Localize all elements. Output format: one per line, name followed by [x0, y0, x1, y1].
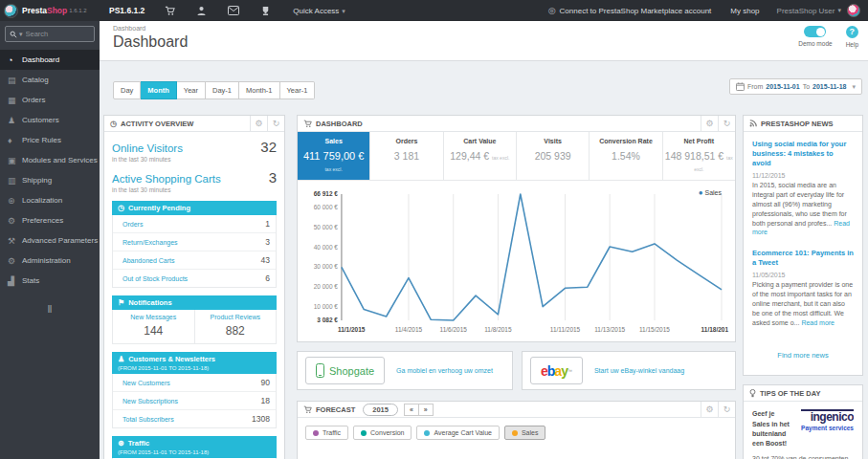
news-panel-title: PRESTASHOP NEWS — [761, 120, 834, 128]
panel-settings-button[interactable]: ⚙ — [701, 402, 718, 418]
sidebar-search[interactable]: ▾ — [5, 26, 95, 42]
kpi-tabs: Sales411 759,00 € tax excl. Orders3 181 … — [298, 132, 735, 181]
demo-mode-control[interactable]: Demo mode — [798, 26, 832, 48]
online-visitors-subtitle: in the last 30 minutes — [112, 156, 277, 163]
prestashop-news-panel: PRESTASHOP NEWS Using social media for y… — [743, 115, 863, 376]
pending-returns-row[interactable]: Return/Exchanges3 — [113, 233, 276, 251]
quick-access-menu[interactable]: Quick Access▾ — [281, 7, 357, 15]
panel-settings-button[interactable]: ⚙ — [250, 116, 267, 132]
sidebar-item-administration[interactable]: ⚙Administration — [0, 251, 100, 271]
find-more-news-link[interactable]: Find more news — [777, 351, 828, 360]
shopgate-ad[interactable]: Shopgate Ga mobiel en verhoog uw omzet — [297, 351, 513, 390]
clock-icon: ◷ — [110, 120, 117, 128]
range-year-1-button[interactable]: Year-1 — [280, 81, 316, 99]
sidebar-item-modules[interactable]: ▣Modules and Services — [0, 150, 100, 170]
sidebar-item-customers[interactable]: ♟Customers — [0, 110, 100, 130]
prestashop-logo[interactable]: PrestaShop 1.6.1.2 — [0, 4, 100, 18]
kpi-net-profit-tab[interactable]: Net Profit148 918,51 € tax excl. — [662, 132, 735, 180]
kpi-visits-tab[interactable]: Visits205 939 — [516, 132, 589, 180]
article-date: 11/12/2015 — [752, 172, 854, 179]
online-visitors-link[interactable]: Online Visitors — [112, 142, 183, 154]
brand-name: PrestaShop — [22, 6, 67, 15]
active-carts-link[interactable]: Active Shopping Carts — [112, 173, 221, 185]
range-year-button[interactable]: Year — [177, 81, 206, 99]
sidebar-item-stats[interactable]: ▟Stats — [0, 271, 100, 291]
toggle-traffic-button[interactable]: Traffic — [305, 426, 348, 440]
user-menu[interactable]: PrestaShop User ▾ — [769, 4, 868, 17]
kpi-cart-value-tab[interactable]: Cart Value129,44 € tax excl. — [443, 132, 516, 180]
marketplace-connect-link[interactable]: ◎Connect to PrestaShop Marketplace accou… — [539, 6, 722, 15]
ebay-ad[interactable]: ebay ™ Start uw eBay-winkel vandaag — [522, 351, 736, 390]
ingenico-logo: ingenico Payment services — [801, 409, 854, 431]
main-area: Dashboard Dashboard Demo mode ? Help Day… — [100, 21, 868, 459]
sidebar-collapse-button[interactable]: ‖ — [0, 304, 100, 315]
sidebar-item-orders[interactable]: ▦Orders — [0, 90, 100, 110]
my-shop-link[interactable]: My shop — [721, 7, 768, 15]
cart-icon[interactable] — [154, 0, 186, 21]
user-avatar — [847, 4, 860, 17]
search-scope-caret-icon[interactable]: ▾ — [19, 31, 23, 38]
help-control[interactable]: ? Help — [846, 26, 858, 48]
new-customers-row[interactable]: New Customers90 — [113, 374, 276, 392]
new-subscriptions-row[interactable]: New Subscriptions18 — [113, 392, 276, 410]
employee-icon[interactable] — [186, 0, 217, 21]
messages-icon[interactable] — [217, 0, 250, 21]
breadcrumb[interactable]: Dashboard — [113, 25, 145, 32]
kpi-conversion-tab[interactable]: Conversion Rate1.54% — [589, 132, 661, 180]
date-range-picker[interactable]: From2015-11-01 To2015-11-18 ▾ — [729, 78, 862, 95]
chart-legend[interactable]: ●Sales — [699, 188, 722, 197]
forecast-next-button[interactable]: » — [419, 404, 434, 416]
range-month-1-button[interactable]: Month-1 — [239, 81, 280, 99]
orders-icon: ▦ — [8, 96, 22, 105]
sidebar-item-price-rules[interactable]: ♦Price Rules — [0, 130, 100, 150]
sidebar-item-dashboard[interactable]: ◔Dashboard — [0, 50, 100, 70]
forecast-year: 2015 — [363, 404, 398, 416]
dashboard-panel-title: DASHBOARD — [316, 120, 363, 128]
demo-mode-toggle[interactable] — [804, 26, 826, 37]
total-subscribers-row[interactable]: Total Subscribers1308 — [113, 410, 276, 427]
svg-text:20 000 €: 20 000 € — [314, 283, 339, 290]
panel-refresh-button[interactable]: ↻ — [718, 116, 735, 132]
range-month-button[interactable]: Month — [141, 81, 177, 99]
toggle-avg-cart-value-button[interactable]: Average Cart Value — [416, 426, 499, 440]
forecast-prev-button[interactable]: « — [404, 404, 419, 416]
shop-name[interactable]: PS1.6.1.2 — [100, 6, 154, 15]
help-icon[interactable]: ? — [846, 26, 858, 38]
ebay-link[interactable]: Start uw eBay-winkel vandaag — [594, 367, 684, 374]
abandoned-carts-row[interactable]: Abandoned Carts43 — [113, 251, 276, 270]
kpi-orders-tab[interactable]: Orders3 181 — [369, 132, 442, 180]
sidebar-item-localization[interactable]: ⊛Localization — [0, 190, 100, 210]
article-title-link[interactable]: Using social media for your business: 4 … — [752, 140, 854, 168]
panel-refresh-button[interactable]: ↻ — [718, 402, 735, 418]
sidebar-item-preferences[interactable]: ⚙Preferences — [0, 210, 100, 230]
panel-refresh-button[interactable]: ↻ — [267, 116, 284, 132]
sidebar-item-shipping[interactable]: ▥Shipping — [0, 170, 100, 190]
pending-orders-row[interactable]: Orders1 — [113, 215, 276, 233]
tip-body: 30 tot 70% van de consumenten in Europa … — [752, 454, 854, 459]
shopgate-logo: Shopgate — [305, 357, 385, 384]
shopgate-link[interactable]: Ga mobiel en verhoog uw omzet — [396, 367, 493, 374]
sidebar-item-advanced-parameters[interactable]: ⚒Advanced Parameters — [0, 230, 100, 251]
article-excerpt: Picking a payment provider is one of the… — [752, 280, 854, 327]
page-header: Dashboard Dashboard Demo mode ? Help — [100, 21, 868, 61]
svg-text:30 000 €: 30 000 € — [314, 263, 339, 270]
search-input[interactable] — [26, 30, 81, 38]
toggle-conversion-button[interactable]: Conversion — [353, 426, 412, 440]
product-reviews-cell[interactable]: Product Reviews882 — [194, 310, 277, 343]
price-rules-icon: ♦ — [8, 136, 22, 145]
read-more-link[interactable]: Read more — [801, 319, 835, 326]
trophy-icon[interactable] — [250, 0, 281, 21]
kpi-sales-tab[interactable]: Sales411 759,00 € tax excl. — [298, 132, 369, 180]
toggle-sales-button[interactable]: Sales — [504, 426, 546, 440]
traffic-section-daterange: (FROM 2015-11-01 TO 2015-11-18) — [112, 449, 277, 458]
new-messages-cell[interactable]: New Messages144 — [113, 310, 194, 343]
range-day-button[interactable]: Day — [113, 81, 141, 99]
panel-settings-button[interactable]: ⚙ — [701, 116, 718, 132]
module-ads: Shopgate Ga mobiel en verhoog uw omzet e… — [297, 351, 736, 390]
top-bar: PrestaShop 1.6.1.2 PS1.6.1.2 Quick Acces… — [0, 0, 868, 21]
range-day-1-button[interactable]: Day-1 — [206, 81, 239, 99]
chevron-down-icon: ▾ — [852, 83, 856, 91]
article-title-link[interactable]: Ecommerce 101: Payments in a Tweet — [752, 249, 854, 268]
sidebar-item-catalog[interactable]: ▤Catalog — [0, 70, 100, 90]
out-of-stock-row[interactable]: Out of Stock Products6 — [113, 270, 276, 287]
